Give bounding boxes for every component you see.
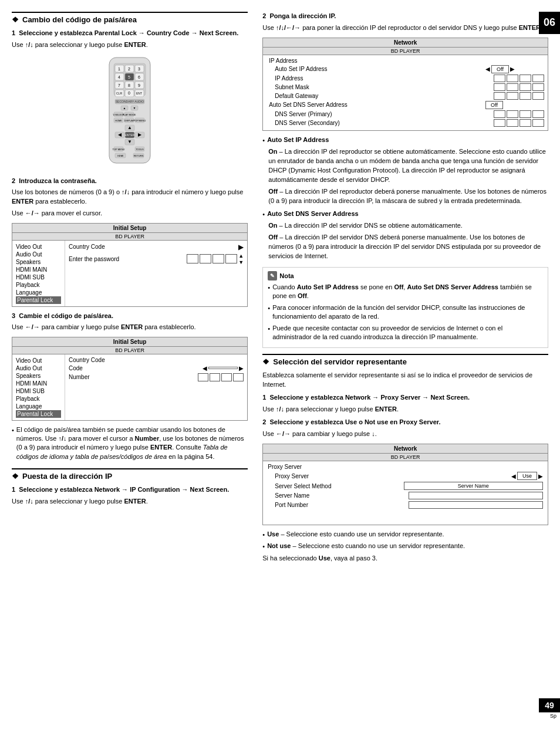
auto-ip-on-text: On – La dirección IP del reproductor se … [268,147,548,185]
menu1-row-countrycode: Country Code ▶ [69,243,244,251]
arrow-right-icon: ▶ [238,243,244,251]
arrow-right-icon3: ▶ [510,66,515,72]
svg-text:0: 0 [128,91,130,95]
section3-step1: 1 Seleccione y establezca Network → Prox… [262,393,548,403]
step3-title: 3 Cambie el código de país/área. [12,312,248,321]
svg-text:TOOLS: TOOLS [136,148,144,151]
svg-text:▼: ▼ [127,139,132,144]
svg-text:POP.MENU: POP.MENU [134,119,146,122]
autoset-dns-value: Off [485,101,544,109]
svg-text:SECONDARY AUDIO: SECONDARY AUDIO [116,100,144,103]
svg-text:RETURN: RETURN [134,154,144,157]
step2-text1: Use los botones de números (0 a 9) o ↑/↓… [12,188,248,207]
svg-text:ENTER: ENTER [125,133,135,137]
section3-title: ❖ Selección del servidor representante [262,354,548,366]
menu-item-parentallock: Parental Lock [16,296,61,304]
menu1-left-col: Video Out Audio Out Speakers HDMI MAIN H… [12,241,65,306]
net-row-ip: IP Address [266,75,544,82]
section3-intro: Establezca solamente el servidor represe… [262,371,548,390]
auto-ip-off-text: Off – La dirección IP del reproductor de… [268,187,548,206]
menu1-title: Initial Setup [12,224,247,233]
svg-text:◀: ◀ [118,132,122,137]
menu1-subtitle: BD PLAYER [12,233,247,241]
note-title: ✎ Nota [268,271,543,280]
right-column: 2 Ponga la dirección IP. Use ↑/↓/←/→ par… [257,12,548,566]
initial-setup-menu1: Initial Setup BD PLAYER Video Out Audio … [12,223,248,307]
svg-text:5: 5 [128,75,130,79]
remote-control-image: 1 2 3 4 5 6 7 8 [12,55,248,172]
svg-text:2: 2 [128,67,130,71]
bullet-countrycode: • El código de país/área también se pued… [12,425,248,462]
menu1-row-password: Enter the password ▲ ▼ [69,253,244,265]
auto-dns-on-text: On – La dirección IP del servidor DNS se… [268,221,548,231]
initial-setup-menu2: Initial Setup BD PLAYER Video Out Audio … [12,337,248,421]
auto-ip-heading-bullet: • Auto Set IP Address [262,136,548,145]
auto-dns-off-text: Off – La dirección IP del servidor DNS d… [268,233,548,261]
proxy-body: Proxy Server Proxy Server ◀ Use ▶ Server… [263,461,548,525]
net-row-dns-secondary: DNS Server (Secondary) [266,119,544,127]
diamond-icon: ❖ [12,15,19,24]
section3-step1-instruction: Use ↑/↓ para seleccionar y luego pulse E… [262,405,548,414]
svg-text:ENT: ENT [136,92,142,95]
pass-box-2 [200,254,211,263]
arrow-right-icon2: ▶ [239,365,244,371]
chapter-number: 06 [544,16,555,28]
ip-input-boxes [494,75,544,82]
proxy-row-servername: Server Name [268,492,543,499]
svg-text:7: 7 [118,83,120,87]
menu2-subtitle: BD PLAYER [12,347,247,354]
footer-use: Si ha seleccionado Use, vaya al paso 3. [262,554,548,563]
menu-item-speakers: Speakers [16,258,61,266]
menu2-row-countrycode: Country Code [69,357,244,363]
section2-title: ❖ Puesta de la dirección IP [12,468,248,481]
proxy-arrow-left: ◀ [511,473,516,479]
svg-text:CLR: CLR [116,92,122,95]
net-row-ipaddress-header: IP Address [266,58,544,64]
note-icon: ✎ [268,271,277,280]
svg-text:▶: ▶ [138,132,142,137]
proxy-row-selectmethod: Server Select Method Server Name [268,482,543,490]
proxy-row-header: Proxy Server [268,464,543,470]
dns-secondary-boxes [494,119,544,127]
section1-title: ❖ Cambio del código de país/área [12,12,248,24]
dns-primary-boxes [494,110,544,118]
network-body: IP Address Auto Set IP Address ◀ Off ▶ I… [263,55,548,130]
menu2-title: Initial Setup [12,337,247,347]
auto-dns-heading: Auto Set DNS Server Address [267,209,358,219]
section2-step1-instruction: Use ↑/↓ para seleccionar y luego pulse E… [12,497,248,506]
proxy-menu-box: Network BD PLAYER Proxy Server Proxy Ser… [262,444,548,525]
page-number: 49 [539,698,560,712]
net-row-dns-primary: DNS Server (Primary) [266,110,544,118]
step2-ip-title: 2 Ponga la dirección IP. [262,12,548,21]
left-column: ❖ Cambio del código de país/área 1 Selec… [12,12,257,566]
pass-box-1 [187,254,198,263]
proxy-arrow-right: ▶ [538,473,543,479]
proxy-title: Network [263,444,548,454]
svg-text:4: 4 [118,75,120,79]
menu2-right-col: Country Code Code ◀ ▶ Number [65,354,247,420]
menu-item-videoout: Video Out [16,243,61,251]
menu-item-language: Language [16,289,61,296]
svg-text:HOME: HOME [115,119,122,122]
pass-arrows: ▲ ▼ [238,253,244,265]
proxy-row-server: Proxy Server ◀ Use ▶ [268,472,543,480]
svg-text:9: 9 [138,83,140,87]
arrow-down-icon: ▼ [238,259,244,265]
page-sp: Sp [550,713,556,719]
network-menu-box: Network BD PLAYER IP Address Auto Set IP… [262,38,548,131]
svg-text:PLAY MODE: PLAY MODE [123,113,136,116]
menu1-right-col: Country Code ▶ Enter the password [65,241,247,306]
menu2-row-number: Number [69,373,244,381]
svg-text:8: 8 [128,83,130,87]
password-boxes: ▲ ▼ [187,253,244,265]
note-bullet2: • Para conocer información de la función… [268,303,543,322]
proxy-subtitle: BD PLAYER [263,454,548,461]
arrow-left-icon: ◀ [203,365,207,371]
net-row-autoset-dns: Auto Set DNS Server Address Off [266,101,544,109]
not-use-bullet: • Not use – Seleccione esto cuando no us… [262,542,548,551]
net-row-gateway: Default Gateway [266,92,544,100]
svg-text:▲: ▲ [127,125,132,130]
section2-step1: 1 Seleccione y establezca Network → IP C… [12,485,248,495]
menu2-left-col: Video Out Audio Out Speakers HDMI MAIN H… [12,354,65,420]
step2-text2: Use ←/→ para mover el cursor. [12,209,248,218]
